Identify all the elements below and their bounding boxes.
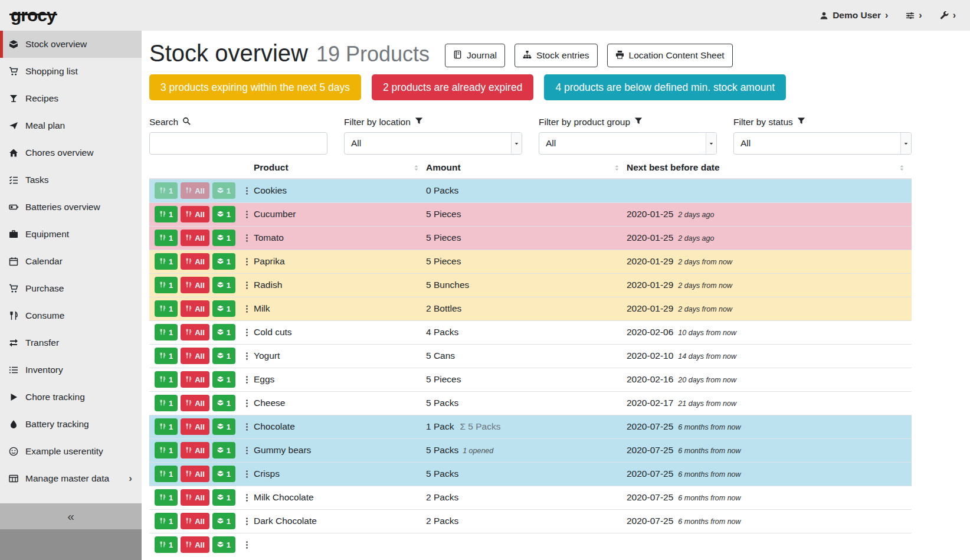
open-one-button[interactable]: 1 bbox=[212, 182, 235, 199]
product-count: 19 Products bbox=[316, 42, 430, 66]
sidebar-item-example-userentity[interactable]: Example userentity bbox=[0, 438, 142, 465]
open-one-button[interactable]: 1 bbox=[212, 348, 235, 364]
row-menu-button[interactable] bbox=[241, 375, 253, 384]
sidebar-item-purchase[interactable]: Purchase bbox=[0, 275, 142, 302]
product-amount: 2 Packs bbox=[426, 516, 458, 526]
row-menu-button[interactable] bbox=[241, 423, 253, 431]
column-header-next-best-before-date[interactable]: Next best before date bbox=[627, 157, 912, 179]
row-menu-button[interactable] bbox=[241, 470, 253, 479]
user-menu[interactable]: Demo User › bbox=[820, 10, 888, 21]
consume-one-button[interactable]: 1 bbox=[155, 182, 178, 199]
consume-all-button[interactable]: All bbox=[181, 277, 209, 293]
consume-all-button[interactable]: All bbox=[181, 513, 209, 529]
row-menu-button[interactable] bbox=[241, 257, 253, 266]
sidebar-item-manage-master-data[interactable]: Manage master data› bbox=[0, 465, 142, 492]
open-one-button[interactable]: 1 bbox=[212, 253, 235, 270]
consume-one-button[interactable]: 1 bbox=[155, 466, 178, 482]
consume-all-button[interactable]: All bbox=[181, 371, 209, 388]
consume-all-button[interactable]: All bbox=[181, 395, 209, 411]
consume-all-button[interactable]: All bbox=[181, 418, 209, 435]
open-one-button[interactable]: 1 bbox=[212, 230, 235, 246]
consume-all-button[interactable]: All bbox=[181, 230, 209, 246]
app-logo[interactable]: grocy bbox=[9, 5, 57, 25]
sidebar-item-batteries-overview[interactable]: Batteries overview bbox=[0, 194, 142, 221]
row-menu-button[interactable] bbox=[241, 281, 253, 290]
row-menu-button[interactable] bbox=[241, 399, 253, 408]
row-menu-button[interactable] bbox=[241, 493, 253, 502]
consume-one-button[interactable]: 1 bbox=[155, 300, 178, 317]
sidebar-item-transfer[interactable]: Transfer bbox=[0, 329, 142, 356]
row-menu-button[interactable] bbox=[241, 328, 253, 337]
column-header-product[interactable]: Product bbox=[254, 157, 426, 179]
sidebar-collapse-button[interactable]: « bbox=[0, 503, 142, 529]
open-one-button[interactable]: 1 bbox=[212, 466, 235, 482]
consume-one-button[interactable]: 1 bbox=[155, 277, 178, 293]
consume-all-button[interactable]: All bbox=[181, 324, 209, 340]
sidebar-item-chore-tracking[interactable]: Chore tracking bbox=[0, 384, 142, 411]
consume-one-button[interactable]: 1 bbox=[155, 418, 178, 435]
open-one-button[interactable]: 1 bbox=[212, 395, 235, 411]
row-menu-button[interactable] bbox=[241, 210, 253, 219]
consume-all-button[interactable]: All bbox=[181, 466, 209, 482]
consume-all-button[interactable]: All bbox=[181, 536, 209, 553]
row-menu-button[interactable] bbox=[241, 234, 253, 243]
row-menu-button[interactable] bbox=[241, 446, 253, 455]
search-input[interactable] bbox=[149, 132, 327, 155]
sidebar-item-stock-overview[interactable]: Stock overview bbox=[0, 31, 142, 58]
consume-all-button[interactable]: All bbox=[181, 442, 209, 459]
consume-one-button[interactable]: 1 bbox=[155, 348, 178, 364]
product-amount: 5 Packs bbox=[426, 469, 458, 479]
row-menu-button[interactable] bbox=[241, 517, 253, 526]
open-one-button[interactable]: 1 bbox=[212, 277, 235, 293]
consume-one-button[interactable]: 1 bbox=[155, 442, 178, 459]
stock-entries-button[interactable]: Stock entries bbox=[515, 44, 598, 67]
column-header-amount[interactable]: Amount bbox=[426, 157, 627, 179]
sidebar-item-chores-overview[interactable]: Chores overview bbox=[0, 139, 142, 166]
sidebar-item-consume[interactable]: Consume bbox=[0, 302, 142, 329]
open-one-button[interactable]: 1 bbox=[212, 513, 235, 529]
consume-one-button[interactable]: 1 bbox=[155, 536, 178, 553]
sidebar-item-tasks[interactable]: Tasks bbox=[0, 166, 142, 194]
consume-all-button[interactable]: All bbox=[181, 348, 209, 364]
open-one-button[interactable]: 1 bbox=[212, 300, 235, 317]
product-group-filter-select[interactable]: All bbox=[539, 132, 717, 155]
consume-all-button[interactable]: All bbox=[181, 206, 209, 222]
open-one-button[interactable]: 1 bbox=[212, 371, 235, 388]
settings-menu[interactable]: › bbox=[906, 10, 922, 21]
open-one-button[interactable]: 1 bbox=[212, 324, 235, 340]
consume-icon bbox=[185, 399, 192, 408]
consume-one-button[interactable]: 1 bbox=[155, 230, 178, 246]
sidebar-item-recipes[interactable]: Recipes bbox=[0, 85, 142, 112]
consume-one-button[interactable]: 1 bbox=[155, 395, 178, 411]
journal-button[interactable]: Journal bbox=[445, 44, 505, 67]
consume-one-button[interactable]: 1 bbox=[155, 489, 178, 506]
status-filter-select[interactable]: All bbox=[733, 132, 912, 155]
row-menu-button[interactable] bbox=[241, 186, 253, 195]
consume-one-button[interactable]: 1 bbox=[155, 371, 178, 388]
consume-one-button[interactable]: 1 bbox=[155, 206, 178, 222]
row-menu-button[interactable] bbox=[241, 352, 253, 361]
consume-all-button[interactable]: All bbox=[181, 182, 209, 199]
consume-one-button[interactable]: 1 bbox=[155, 253, 178, 270]
row-menu-button[interactable] bbox=[241, 304, 253, 313]
sidebar-item-calendar[interactable]: Calendar bbox=[0, 248, 142, 275]
consume-one-button[interactable]: 1 bbox=[155, 324, 178, 340]
consume-all-button[interactable]: All bbox=[181, 489, 209, 506]
sidebar-item-battery-tracking[interactable]: Battery tracking bbox=[0, 411, 142, 438]
location-filter-select[interactable]: All bbox=[344, 132, 522, 155]
open-one-button[interactable]: 1 bbox=[212, 418, 235, 435]
consume-one-button[interactable]: 1 bbox=[155, 513, 178, 529]
open-one-button[interactable]: 1 bbox=[212, 442, 235, 459]
consume-all-button[interactable]: All bbox=[181, 300, 209, 317]
sidebar-item-inventory[interactable]: Inventory bbox=[0, 356, 142, 384]
location-content-sheet-button[interactable]: Location Content Sheet bbox=[607, 44, 733, 67]
admin-menu[interactable]: › bbox=[940, 10, 956, 21]
sidebar-item-shopping-list[interactable]: Shopping list bbox=[0, 58, 142, 85]
open-one-button[interactable]: 1 bbox=[212, 206, 235, 222]
sidebar-item-meal-plan[interactable]: Meal plan bbox=[0, 112, 142, 139]
consume-all-button[interactable]: All bbox=[181, 253, 209, 270]
row-menu-button[interactable] bbox=[241, 541, 253, 549]
sidebar-item-equipment[interactable]: Equipment bbox=[0, 221, 142, 248]
open-one-button[interactable]: 1 bbox=[212, 489, 235, 506]
open-one-button[interactable]: 1 bbox=[212, 536, 235, 553]
